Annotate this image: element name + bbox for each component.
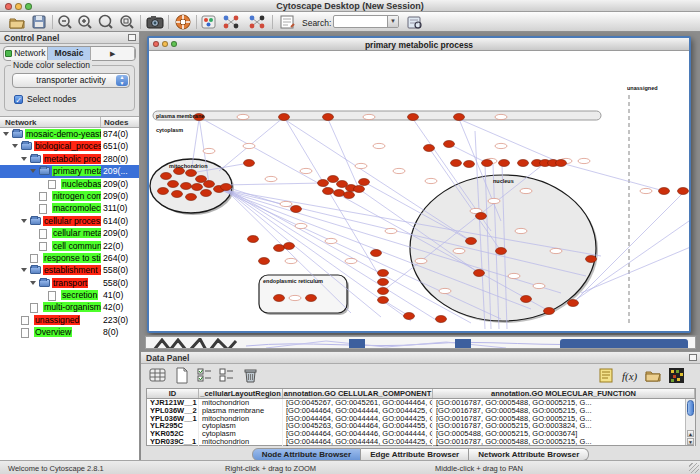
network-node[interactable] [284, 243, 295, 250]
network-node-unhighlighted[interactable] [495, 114, 507, 119]
tree-row-response-to-stimulu[interactable]: response to stimulu264(0) [0, 252, 139, 264]
table-cell[interactable]: [GO:0044464, GO:0044444, GO:0044425, G..… [283, 415, 433, 423]
select-nodes-checkbox[interactable]: ✓ [14, 95, 23, 104]
tree-row-primary-metabo[interactable]: primary metabo209(... [0, 165, 139, 177]
table-cell[interactable]: YPL036W__1 [147, 415, 199, 423]
network-node[interactable] [201, 190, 212, 197]
function-builder-icon[interactable]: f(x) [620, 367, 637, 384]
network-node-unhighlighted[interactable] [533, 283, 545, 288]
network-node[interactable] [454, 114, 465, 121]
expand-arrow-icon[interactable] [30, 169, 36, 173]
network-window-titlebar[interactable]: primary metabolic process [149, 38, 689, 51]
column-header-cellular-component[interactable]: annotation.GO CELLULAR_COMPONENT [283, 389, 433, 398]
network-node-unhighlighted[interactable] [237, 114, 249, 119]
network-node[interactable] [678, 188, 689, 195]
network-node-unhighlighted[interactable] [385, 228, 397, 233]
network-node-unhighlighted[interactable] [425, 178, 437, 183]
expand-arrow-icon[interactable] [3, 132, 9, 136]
network-node-unhighlighted[interactable] [355, 163, 367, 168]
layout-b-icon[interactable] [248, 14, 266, 30]
network-node[interactable] [499, 160, 510, 167]
table-scrollbar[interactable]: ▲ ▼ [685, 399, 695, 445]
network-node-unhighlighted[interactable] [295, 223, 307, 228]
table-cell[interactable]: mitochondrion [199, 415, 283, 423]
network-node-unhighlighted[interactable] [289, 295, 301, 300]
table-cell[interactable]: [GO:0005488, GO:0005215, GO:0003674] [433, 430, 695, 438]
table-cell[interactable]: [GO:0016787, GO:0005488, GO:0005215, G..… [433, 399, 695, 407]
table-cell[interactable]: YJR121W__1 [147, 399, 199, 407]
network-node[interactable] [323, 188, 334, 195]
zoom-selected-icon[interactable] [118, 14, 136, 30]
expand-arrow-icon[interactable] [30, 281, 36, 285]
open-icon[interactable] [8, 14, 26, 30]
network-node[interactable] [474, 270, 485, 277]
network-node[interactable] [378, 297, 389, 304]
network-node[interactable] [518, 160, 529, 167]
tab-mosaic[interactable]: Mosaic [48, 47, 92, 60]
zoom-fit-icon[interactable] [97, 14, 115, 30]
network-node-unhighlighted[interactable] [453, 248, 465, 253]
tree-row-multi-organism-pro[interactable]: multi-organism pro42(0) [0, 301, 139, 313]
network-node[interactable] [371, 250, 382, 257]
network-node-unhighlighted[interactable] [203, 148, 215, 153]
network-node-unhighlighted[interactable] [285, 258, 297, 263]
help-icon[interactable] [174, 14, 192, 30]
network-node-unhighlighted[interactable] [439, 288, 451, 293]
table-cell[interactable]: [GO:0016787, GO:0005488, GO:0005215, G..… [433, 415, 695, 423]
network-node[interactable] [323, 114, 334, 121]
table-cell[interactable]: YDR039C__1 [147, 438, 199, 446]
network-node-unhighlighted[interactable] [578, 158, 590, 163]
annotation-icon[interactable] [278, 14, 296, 30]
network-node-unhighlighted[interactable] [640, 188, 652, 193]
zoom-out-icon[interactable] [56, 14, 74, 30]
tree-row-nitrogen-compo[interactable]: nitrogen compo209(0) [0, 190, 139, 202]
network-node[interactable] [181, 183, 192, 190]
tree-row-nucleobase-[interactable]: nucleobase-209(0) [0, 178, 139, 190]
network-node[interactable] [186, 170, 197, 177]
network-node[interactable] [482, 160, 493, 167]
tree-row-cell-communicat[interactable]: cell communicat22(0) [0, 240, 139, 252]
network-node[interactable] [259, 258, 270, 265]
network-node[interactable] [521, 296, 532, 303]
network-node[interactable] [544, 308, 555, 315]
network-node-unhighlighted[interactable] [325, 238, 337, 243]
table-row-yjr121w__1[interactable]: YJR121W__1mitochondrion[GO:0045267, GO:0… [147, 399, 695, 407]
expand-arrow-icon[interactable] [21, 219, 27, 223]
table-cell[interactable]: YPL036W__2 [147, 407, 199, 415]
network-node-unhighlighted[interactable] [300, 168, 312, 173]
network-node[interactable] [568, 300, 579, 307]
matrix-icon[interactable] [668, 367, 685, 384]
network-node[interactable] [158, 188, 169, 195]
expand-arrow-icon[interactable] [12, 144, 18, 148]
tree-row-mosaic-demo-yeast[interactable]: mosaic-demo-yeast874(0) [0, 128, 139, 140]
network-node-unhighlighted[interactable] [373, 143, 385, 148]
zoom-in-icon[interactable] [76, 14, 94, 30]
network-node[interactable] [659, 188, 670, 195]
table-row-ydr039c__1[interactable]: YDR039C__1mitochondrion[GO:0044464, GO:0… [147, 438, 695, 446]
tree-row-establishment-of-lo[interactable]: establishment of lo558(0) [0, 264, 139, 276]
network-node-unhighlighted[interactable] [415, 258, 427, 263]
network-node-unhighlighted[interactable] [280, 201, 292, 206]
tab-network[interactable]: Network [4, 47, 48, 60]
search-input[interactable]: ▼ [333, 15, 399, 28]
network-node-unhighlighted[interactable] [550, 248, 562, 253]
table-cell[interactable]: [GO:0016787, GO:0005488, GO:0005215, G..… [433, 407, 695, 415]
network-canvas[interactable]: plasma membranecytoplasmmitochondrionnuc… [149, 51, 689, 331]
search-dropdown-arrow[interactable]: ▼ [387, 16, 398, 27]
network-node[interactable] [476, 213, 487, 220]
layout-a-icon[interactable] [222, 14, 240, 30]
table-row-ypl036w__2[interactable]: YPL036W__2plasma membrane[GO:0044464, GO… [147, 407, 695, 415]
network-node[interactable] [318, 180, 329, 187]
network-node[interactable] [378, 279, 389, 286]
column-header-region[interactable]: _cellularLayoutRegion [199, 389, 283, 398]
network-node[interactable] [279, 114, 290, 121]
network-node[interactable] [306, 295, 317, 302]
network-node[interactable] [221, 184, 232, 191]
network-node[interactable] [274, 245, 285, 252]
label-icon[interactable] [598, 367, 615, 384]
table-cell[interactable]: [GO:0016787, GO:0005488, GO:0005215, G..… [433, 438, 695, 446]
attribute-table[interactable]: ID_cellularLayoutRegionannotation.GO CEL… [146, 388, 696, 446]
table-cell[interactable]: cytoplasm [199, 422, 283, 430]
network-node[interactable] [192, 184, 203, 191]
network-node[interactable] [274, 295, 285, 302]
